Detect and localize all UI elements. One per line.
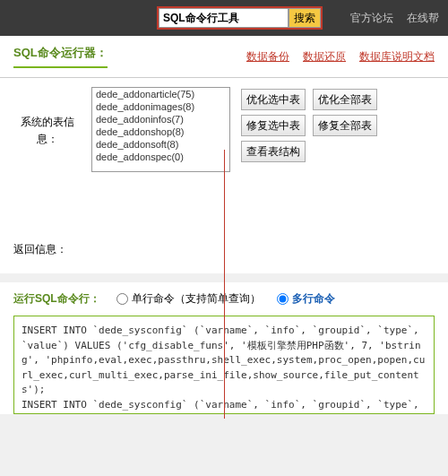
list-item[interactable]: dede_addonarticle(75) (92, 88, 229, 100)
top-bar: 搜索 官方论坛 在线帮 (0, 0, 448, 36)
radio-multi-line[interactable]: 多行命令 (277, 291, 335, 307)
radio-single-input[interactable] (116, 293, 128, 305)
tab-links: 数据备份 数据还原 数据库说明文档 (246, 49, 435, 65)
repair-all-button[interactable]: 修复全部表 (313, 115, 377, 136)
tab-backup[interactable]: 数据备份 (246, 49, 289, 65)
search-container: 搜索 (157, 6, 323, 30)
annotation-line (224, 150, 225, 419)
repair-selected-button[interactable]: 修复选中表 (241, 115, 306, 136)
table-listbox[interactable]: dede_addonarticle(75) dede_addonimages(8… (91, 87, 230, 172)
sql-title: 运行SQL命令行： (13, 291, 100, 307)
radio-single-label: 单行命令（支持简单查询） (132, 291, 261, 307)
table-info-label: 系统的表信息： (13, 87, 81, 148)
radio-multi-label: 多行命令 (292, 291, 335, 307)
radio-multi-input[interactable] (277, 293, 289, 305)
tab-docs[interactable]: 数据库说明文档 (359, 49, 435, 65)
link-forum[interactable]: 官方论坛 (350, 11, 393, 26)
list-item[interactable]: dede_addonshop(8) (92, 125, 229, 138)
list-item[interactable]: dede_addonimages(8) (92, 100, 229, 113)
tab-restore[interactable]: 数据还原 (303, 49, 346, 65)
search-button[interactable]: 搜索 (289, 8, 321, 28)
link-help[interactable]: 在线帮 (407, 11, 439, 26)
optimize-selected-button[interactable]: 优化选中表 (241, 89, 306, 110)
list-item[interactable]: dede_addoninfos(7) (92, 113, 229, 125)
list-item[interactable]: dede_addonspec(0) (92, 151, 229, 163)
list-item[interactable]: dede_addonsoft(8) (92, 138, 229, 151)
radio-single-line[interactable]: 单行命令（支持简单查询） (116, 291, 261, 307)
action-buttons: 优化选中表 优化全部表 修复选中表 修复全部表 查看表结构 (241, 87, 377, 162)
main-panel: 系统的表信息： dede_addonarticle(75) dede_addon… (0, 78, 448, 273)
tabs-row: SQL命令运行器： 数据备份 数据还原 数据库说明文档 (0, 36, 448, 78)
top-links: 官方论坛 在线帮 (350, 11, 439, 26)
view-structure-button[interactable]: 查看表结构 (241, 141, 306, 162)
optimize-all-button[interactable]: 优化全部表 (313, 89, 377, 110)
page-title: SQL命令运行器： (13, 45, 108, 68)
search-input[interactable] (159, 8, 289, 28)
